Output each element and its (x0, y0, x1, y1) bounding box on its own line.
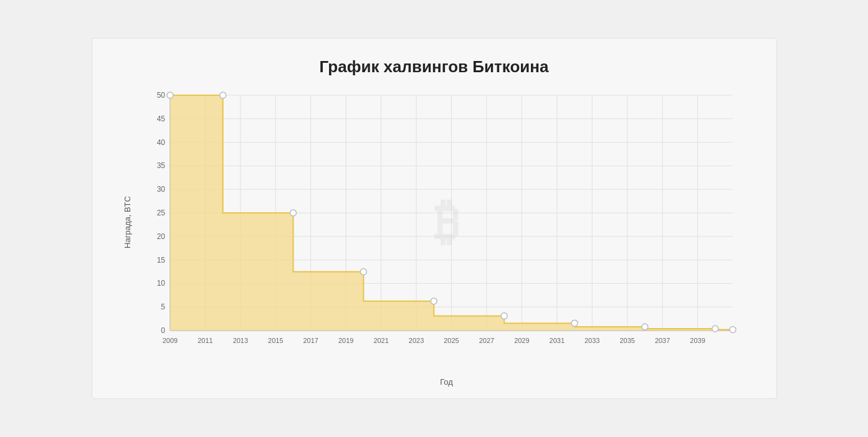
svg-text:50: 50 (156, 91, 165, 100)
svg-text:2009: 2009 (162, 337, 177, 344)
chart-svg: 0510152025303540455020092011201320152017… (142, 89, 751, 355)
svg-point-64 (167, 92, 173, 98)
svg-text:2023: 2023 (408, 337, 423, 344)
svg-point-60 (501, 312, 507, 319)
svg-point-59 (431, 298, 437, 304)
svg-text:2029: 2029 (514, 337, 529, 344)
svg-text:30: 30 (156, 185, 165, 194)
svg-text:2013: 2013 (232, 337, 247, 344)
chart-container: График халвингов Биткоина Награда, BTC Г… (92, 38, 777, 399)
svg-text:40: 40 (156, 138, 165, 147)
svg-text:2019: 2019 (338, 337, 353, 344)
svg-text:2039: 2039 (690, 337, 705, 344)
chart-area: Награда, BTC Год ₿ 051015202530354045502… (142, 89, 751, 355)
svg-text:5: 5 (161, 303, 165, 311)
svg-point-63 (712, 326, 718, 332)
x-axis-label: Год (440, 377, 453, 387)
svg-text:2037: 2037 (654, 337, 669, 344)
svg-text:2021: 2021 (373, 337, 388, 344)
svg-text:25: 25 (156, 209, 165, 217)
svg-text:2015: 2015 (268, 337, 283, 344)
svg-point-57 (290, 210, 296, 216)
svg-text:2011: 2011 (198, 337, 212, 344)
svg-point-58 (360, 269, 366, 275)
svg-text:0: 0 (161, 326, 165, 335)
svg-text:2031: 2031 (549, 337, 564, 344)
svg-text:20: 20 (156, 232, 165, 241)
svg-point-61 (571, 320, 578, 326)
svg-text:2035: 2035 (619, 337, 634, 344)
svg-point-56 (219, 92, 226, 98)
chart-title: График халвингов Биткоина (117, 57, 751, 77)
y-axis-label: Награда, BTC (123, 196, 132, 248)
svg-text:10: 10 (156, 279, 165, 288)
svg-text:2025: 2025 (444, 337, 459, 344)
svg-point-62 (641, 324, 647, 330)
svg-text:2017: 2017 (303, 337, 318, 344)
svg-text:2033: 2033 (584, 337, 599, 344)
svg-point-65 (730, 327, 736, 333)
svg-text:15: 15 (156, 256, 165, 265)
svg-text:2027: 2027 (479, 337, 494, 344)
svg-text:35: 35 (156, 161, 165, 170)
svg-text:45: 45 (156, 115, 165, 123)
